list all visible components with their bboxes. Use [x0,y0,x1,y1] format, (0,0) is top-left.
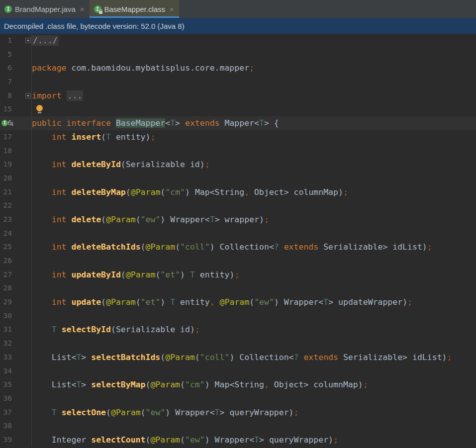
line-number[interactable]: 19 [0,158,12,172]
code-line[interactable] [32,281,476,295]
gutter[interactable]: 32 [0,337,32,351]
line-number[interactable]: 23 [0,213,12,227]
gutter[interactable]: 24 [0,227,32,241]
gutter[interactable]: 26 [0,254,32,268]
line-number[interactable]: 34 [0,364,12,378]
line-number[interactable]: 15 [0,102,12,116]
line-number[interactable]: 8 [0,89,12,103]
code-line[interactable]: Integer selectCount(@Param("ew") Wrapper… [32,433,476,447]
gutter[interactable]: 35 [0,378,32,392]
line-number[interactable]: 28 [0,281,12,295]
line-number[interactable]: 1 [0,34,12,48]
line-number[interactable]: 25 [0,240,12,254]
close-icon[interactable]: × [170,5,174,13]
gutter[interactable]: 33 [0,351,32,364]
gutter[interactable]: 15 [0,102,32,116]
code-line[interactable]: int insert(T entity); [32,130,476,144]
gutter[interactable]: 29 [0,295,32,309]
code-token: ( [101,215,106,224]
gutter[interactable]: 17 [0,130,32,144]
line-number[interactable]: 27 [0,268,12,282]
code-line[interactable] [32,254,476,268]
code-line[interactable] [32,75,476,89]
code-line[interactable]: import ... [32,89,476,103]
line-number[interactable]: 39 [0,433,12,447]
gutter[interactable]: 39 [0,433,32,447]
gutter[interactable]: 38 [0,419,32,433]
gutter[interactable]: 6 [0,61,32,75]
line-number[interactable]: 37 [0,406,12,420]
line-number[interactable]: 22 [0,199,12,213]
line-number[interactable]: 38 [0,419,12,433]
code-line[interactable]: int delete(@Param("ew") Wrapper<T> wrapp… [32,213,476,227]
active-tab-indicator [90,16,179,18]
code-line[interactable] [32,419,476,433]
code-line[interactable]: int deleteByMap(@Param("cm") Map<String,… [32,185,476,199]
code-line[interactable]: List<T> selectBatchIds(@Param("coll") Co… [32,351,476,364]
gutter[interactable]: 16I↓ [0,116,32,130]
line-number[interactable]: 36 [0,392,12,406]
gutter[interactable]: 34 [0,364,32,378]
tab-brandmapper-java[interactable]: BrandMapper.java × [0,0,90,18]
gutter[interactable]: 7 [0,75,32,89]
gutter[interactable]: 5 [0,48,32,62]
line-number[interactable]: 5 [0,48,12,62]
code-line[interactable] [32,144,476,158]
code-line[interactable] [32,337,476,351]
gutter[interactable]: 37 [0,406,32,420]
gutter[interactable]: 18 [0,144,32,158]
gutter[interactable]: 28 [0,281,32,295]
gutter[interactable]: 31 [0,323,32,337]
code-line[interactable] [32,48,476,62]
line-number[interactable]: 35 [0,378,12,392]
code-line[interactable]: public interface BaseMapper<T> extends M… [32,116,476,130]
gutter[interactable]: 36 [0,392,32,406]
gutter[interactable]: 30 [0,309,32,323]
gutter[interactable]: 25 [0,240,32,254]
line-number[interactable]: 21 [0,185,12,199]
line-number[interactable]: 24 [0,227,12,241]
line-number[interactable]: 26 [0,254,12,268]
gutter[interactable]: 21 [0,185,32,199]
code-line[interactable] [32,309,476,323]
code-line[interactable]: T selectById(Serializable id); [32,323,476,337]
line-number[interactable]: 17 [0,130,12,144]
code-line[interactable]: int deleteById(Serializable id); [32,158,476,172]
gutter[interactable]: 27 [0,268,32,282]
implementations-arrow-icon[interactable]: ↓ [10,116,15,130]
code-line[interactable] [32,227,476,241]
fold-marker-icon[interactable]: + [25,38,31,43]
line-number[interactable]: 33 [0,351,12,364]
gutter[interactable]: 1+ [0,34,32,48]
line-number[interactable]: 7 [0,75,12,89]
code-line[interactable] [32,102,476,116]
code-line[interactable]: int update(@Param("et") T entity, @Param… [32,295,476,309]
code-line[interactable]: int deleteBatchIds(@Param("coll") Collec… [32,240,476,254]
code-line[interactable] [32,199,476,213]
line-number[interactable]: 30 [0,309,12,323]
code-line[interactable]: package com.baomidou.mybatisplus.core.ma… [32,61,476,75]
code-line[interactable]: List<T> selectByMap(@Param("cm") Map<Str… [32,378,476,392]
gutter[interactable]: 20 [0,172,32,185]
code-line[interactable] [32,364,476,378]
line-number[interactable]: 31 [0,323,12,337]
code-line[interactable]: T selectOne(@Param("ew") Wrapper<T> quer… [32,406,476,420]
code-line[interactable] [32,392,476,406]
code-line[interactable]: /.../ [32,34,476,48]
line-number[interactable]: 32 [0,337,12,351]
fold-marker-icon[interactable]: + [25,93,31,98]
gutter[interactable]: 19 [0,158,32,172]
code-line[interactable] [32,172,476,185]
intention-bulb-icon[interactable] [36,105,43,111]
line-number[interactable]: 6 [0,61,12,75]
line-number[interactable]: 29 [0,295,12,309]
line-number[interactable]: 20 [0,172,12,185]
code-line[interactable]: int updateById(@Param("et") T entity); [32,268,476,282]
gutter[interactable]: 23 [0,213,32,227]
code-editor[interactable]: 1+/.../56package com.baomidou.mybatisplu… [0,34,476,448]
line-number[interactable]: 18 [0,144,12,158]
close-icon[interactable]: × [80,5,85,13]
gutter[interactable]: 8+ [0,89,32,103]
gutter[interactable]: 22 [0,199,32,213]
tab-basemapper-class[interactable]: BaseMapper.class × [90,0,179,18]
